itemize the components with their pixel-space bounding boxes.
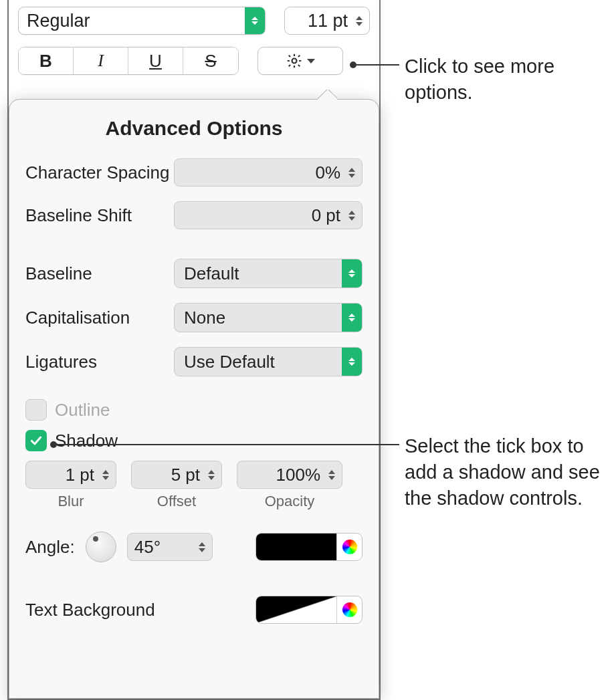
strikethrough-button[interactable]: S	[183, 47, 238, 74]
shadow-offset-stepper[interactable]: 5 pt	[131, 461, 222, 489]
angle-stepper[interactable]: 45°	[127, 533, 213, 561]
font-size-stepper[interactable]: 11 pt	[284, 7, 370, 35]
ligatures-label: Ligatures	[25, 352, 174, 372]
chevron-up-down-icon	[342, 348, 362, 376]
shadow-blur-stepper[interactable]: 1 pt	[25, 461, 116, 489]
stepper-arrows-icon	[324, 470, 339, 480]
text-background-label: Text Background	[25, 600, 255, 620]
chevron-up-down-icon	[342, 259, 362, 287]
callout-gear: Click to see more options.	[405, 53, 605, 106]
color-picker-button[interactable]	[336, 534, 362, 560]
ligatures-popup[interactable]: Use Default	[174, 347, 363, 376]
text-style-segment: B I U S	[18, 47, 239, 75]
color-wheel-icon	[342, 540, 357, 554]
advanced-options-popover: Advanced Options Character Spacing 0% Ba…	[9, 99, 379, 699]
angle-label: Angle:	[25, 537, 75, 558]
italic-button[interactable]: I	[74, 47, 128, 74]
shadow-opacity-stepper[interactable]: 100%	[237, 461, 342, 489]
svg-point-0	[292, 59, 297, 64]
baseline-shift-label: Baseline Shift	[25, 206, 174, 225]
baseline-label: Baseline	[25, 264, 174, 283]
color-swatch	[256, 596, 336, 623]
angle-dial[interactable]	[86, 532, 116, 562]
stepper-arrows-icon	[352, 16, 367, 26]
advanced-options-button[interactable]	[258, 47, 343, 75]
baseline-shift-stepper[interactable]: 0 pt	[174, 201, 363, 229]
stepper-arrows-icon	[344, 211, 359, 221]
stepper-arrows-icon	[195, 542, 209, 552]
format-panel: Regular 11 pt B I U S Advanced Options C…	[7, 0, 381, 700]
character-spacing-stepper[interactable]: 0%	[174, 158, 363, 187]
underline-button[interactable]: U	[128, 47, 183, 74]
text-background-color-well[interactable]	[255, 596, 363, 624]
color-wheel-icon	[342, 602, 357, 617]
shadow-checkbox[interactable]	[25, 430, 47, 451]
stepper-arrows-icon	[98, 470, 113, 480]
chevron-up-down-icon	[245, 7, 265, 34]
font-size-value: 11 pt	[290, 11, 352, 31]
callout-shadow: Select the tick box to add a shadow and …	[405, 433, 612, 511]
outline-label: Outline	[55, 400, 110, 421]
check-icon	[29, 434, 43, 447]
shadow-label: Shadow	[55, 431, 118, 451]
font-style-value: Regular	[27, 11, 241, 31]
shadow-color-well[interactable]	[255, 533, 363, 561]
gear-icon	[286, 52, 303, 70]
blur-sublabel: Blur	[58, 493, 84, 510]
opacity-sublabel: Opacity	[265, 493, 315, 510]
color-swatch	[256, 534, 336, 560]
outline-checkbox[interactable]	[25, 399, 47, 421]
capitalisation-label: Capitalisation	[25, 308, 174, 328]
baseline-popup[interactable]: Default	[174, 259, 363, 288]
chevron-up-down-icon	[342, 304, 362, 332]
bold-button[interactable]: B	[19, 47, 74, 74]
color-picker-button[interactable]	[336, 596, 362, 623]
font-style-popup[interactable]: Regular	[18, 7, 266, 35]
character-spacing-label: Character Spacing	[25, 163, 174, 183]
stepper-arrows-icon	[204, 470, 219, 480]
offset-sublabel: Offset	[157, 493, 196, 510]
stepper-arrows-icon	[344, 168, 359, 178]
popover-title: Advanced Options	[25, 117, 363, 140]
chevron-down-icon	[307, 59, 315, 64]
capitalisation-popup[interactable]: None	[174, 303, 363, 332]
